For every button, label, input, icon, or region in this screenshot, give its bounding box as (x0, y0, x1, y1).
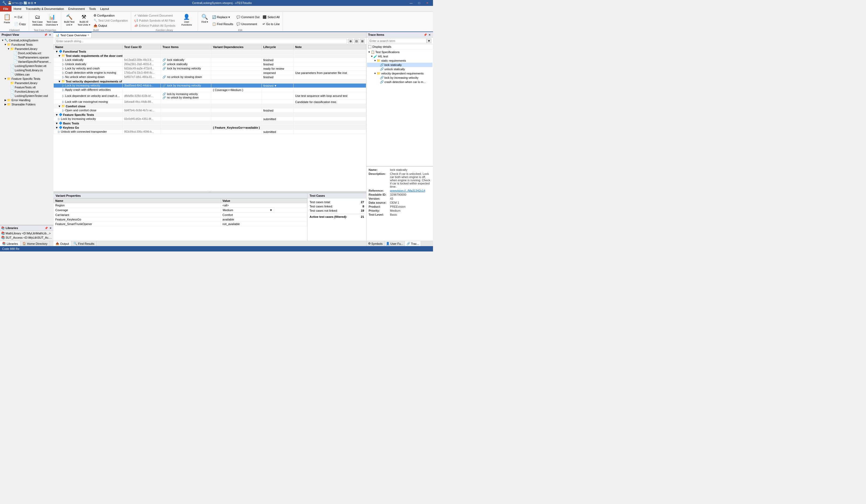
table-row[interactable]: ▼📁 Test static requirements of the door … (54, 54, 366, 58)
trace-tree-item-crash[interactable]: 🔗 crash detection when car is m... (367, 80, 432, 84)
col-variant-dep[interactable]: Variant Dependencies (211, 45, 262, 49)
table-row[interactable]: ▼📁 Test velocity dependent requirements … (54, 79, 366, 83)
trace-pin[interactable]: 📌 (423, 33, 427, 37)
libraries-tree[interactable]: 📚 MathLibrary <D:\MyLib\MathLib...> 📚 SU… (0, 231, 53, 241)
expand-specs[interactable]: ▼ (368, 51, 371, 54)
tree-item-param-lib1[interactable]: ▼ 📁 ParameterLibrary (1, 47, 53, 51)
table-search-btn3[interactable]: ⊞ (360, 39, 365, 44)
redo-icon[interactable]: ↪ (15, 1, 18, 5)
file-menu[interactable]: File (0, 6, 11, 11)
tree-item-locking-tester[interactable]: 📄 LockingSystemTester.vsd (1, 94, 53, 98)
table-search-btn2[interactable]: ⊟ (354, 39, 359, 44)
table-row[interactable]: ▷ Apply crash with different velocities … (54, 88, 366, 92)
test-unit-config-button[interactable]: 🔧 Test Unit Configuration (92, 19, 129, 23)
table-search-btn1[interactable]: ⊕ (348, 39, 353, 44)
variant-row[interactable]: Coverage Medium ▼ (54, 208, 307, 213)
tree-item-feature-specific[interactable]: ▼ 📁 Feature Specific Tests (1, 77, 53, 81)
undo-icon[interactable]: ↩ (12, 1, 15, 5)
close-button[interactable]: ✕ (423, 0, 431, 6)
table-row[interactable]: ▷ Lock by velocity and crash 6d1bbc49-ea… (54, 67, 366, 71)
table-row[interactable]: ▼🔷 Basic Tests (54, 121, 366, 125)
tree-item-feature-tests[interactable]: 📄 FeatureTests.vtt (1, 85, 53, 89)
maximize-button[interactable]: □ (415, 0, 423, 6)
libraries-close[interactable]: ✕ (48, 226, 52, 230)
tree-item-test-params[interactable]: 📄 TestParameters.vparam (1, 55, 53, 59)
variant-row[interactable]: Region <all> (54, 203, 307, 208)
row-lifecycle-cell[interactable]: finished ▼ submitted in implementation r… (262, 83, 293, 88)
expand-central[interactable]: ▼ (1, 39, 4, 42)
trace-search-arrow[interactable]: ▼ (426, 38, 431, 43)
expand-error[interactable]: ▶ (4, 99, 7, 101)
expand-hil[interactable]: ▼ (370, 55, 374, 58)
uncomment-button[interactable]: 💬 Uncomment (235, 22, 261, 26)
nav-forward-icon[interactable]: ▷ (21, 1, 23, 5)
project-view-close[interactable]: ✕ (48, 33, 52, 37)
variant-row[interactable]: CarVariant Comfort (54, 213, 307, 217)
table-row[interactable]: ▷ Lock dependent on velocity and crash d… (54, 92, 366, 100)
expand-static[interactable]: ▼ (374, 59, 377, 62)
select-all-button[interactable]: ⬛ Select All (261, 15, 281, 19)
trace-search-input[interactable] (368, 38, 426, 43)
grid2-icon[interactable]: ⊟ (31, 1, 33, 5)
configuration-button[interactable]: ⚙ Configuration (92, 13, 129, 18)
table-row[interactable]: ▷ Lock with car moving/not moving 1bfcea… (54, 100, 366, 104)
trace-close[interactable]: ✕ (428, 33, 431, 37)
environment-menu[interactable]: Environment (66, 6, 87, 11)
enforce-publish-button[interactable]: 📣 Enforce Publish All Symbols (133, 23, 177, 28)
table-row[interactable]: ▷ Unlock with connected transponder 953c… (54, 130, 366, 134)
col-lifecycle[interactable]: Lifecycle (262, 45, 293, 49)
trac-tab[interactable]: 🔗 Trac... (405, 241, 421, 246)
tc-overview-button[interactable]: 📊 Test CaseOverview ▾ (45, 13, 59, 28)
table-row[interactable]: ▷ Unlock statically 260a23b1-1fa5-4655-8… (54, 62, 366, 67)
tree-item-utilities[interactable]: 📄 Utilities.can (1, 72, 53, 77)
paste-button[interactable]: 📋 Paste (2, 13, 12, 28)
tree-item-param-lib2[interactable]: 📁 ParameterLibrary (1, 81, 53, 85)
table-row[interactable]: ▼📁 Comfort close (54, 104, 366, 108)
table-row[interactable]: ▼🔷 Feature Specific Tests (54, 113, 366, 117)
table-row[interactable]: ▼🔷 Functional Tests (54, 49, 366, 54)
expand-feature[interactable]: ▼ (4, 77, 7, 80)
trace-tree-item-velocity[interactable]: ▼ 📁 velocity dependent requirements (367, 71, 432, 76)
library-math[interactable]: 📚 MathLibrary <D:\MyLib\MathLib...> (1, 231, 53, 236)
table-row[interactable]: ▼🔷 Keyless Go ( Feature_KeylessGo==avail… (54, 125, 366, 130)
libraries-tab[interactable]: 📚 Libraries (0, 241, 20, 246)
table-row[interactable]: ▷ Open and comfort close 0d4f7b4c-8c8d-4… (54, 108, 366, 113)
variant-value[interactable]: <all> (221, 203, 307, 208)
tree-item-variant-specific[interactable]: 📄 VariantSpecificParamete... (1, 59, 53, 64)
tree-item-function-lib[interactable]: 📄 FunctionLibrary.vtt (1, 89, 53, 94)
replace-button[interactable]: 🔄 Replace ▾ (211, 15, 234, 19)
expand-functional[interactable]: ▼ (4, 43, 7, 46)
tree-item-functional-tests[interactable]: ▼ 📁 Functional Tests (1, 43, 53, 47)
tree-item-door-lock-data[interactable]: 📄 DoorLockData.vct (1, 51, 53, 55)
tree-item-error-handling[interactable]: ▶ 📁 Error Handling (1, 98, 53, 102)
variant-col-name[interactable]: Name (54, 198, 221, 203)
trace-tree-item-static[interactable]: ▼ 📁 static requirements (367, 58, 432, 63)
layout-menu[interactable]: Layout (98, 6, 111, 11)
table-row[interactable]: ▷ No unlock when slowing down 5df607e7-b… (54, 75, 366, 79)
tc-attributes-button[interactable]: 🗂 Test CaseAttributes (31, 13, 44, 28)
display-details-checkbox[interactable] (368, 45, 371, 48)
trace-tree-item-specs[interactable]: ▼ 📋 Test Specifications (367, 50, 432, 54)
user-functions-button[interactable]: 👤 User Functions (177, 13, 196, 28)
find-results-tab[interactable]: 🔍 Find Results (71, 241, 97, 246)
table-row[interactable]: ▷ Crash detection while engine is moving… (54, 71, 366, 75)
expand-shareable[interactable]: ▶ (4, 103, 7, 106)
detail-ref-value[interactable]: preevision://../Ma31342c14 (390, 189, 431, 192)
coverage-dropdown-arrow[interactable]: ▼ (269, 208, 273, 212)
table-search-input[interactable] (55, 39, 347, 44)
find-button[interactable]: 🔍 Find ▾ (200, 13, 210, 28)
go-to-line-button[interactable]: ↵ Go to Line (261, 22, 281, 26)
expand-velocity[interactable]: ▼ (374, 72, 377, 75)
grid-icon[interactable]: ⊞ (28, 1, 30, 5)
copy-button[interactable]: 📄 Copy (13, 22, 27, 26)
comment-out-button[interactable]: 💬 Comment Out (235, 15, 261, 19)
tree-item-shareable[interactable]: ▶ 📁 Shareable Folders (1, 102, 53, 106)
trace-items-tree[interactable]: ▼ 📋 Test Specifications ▼ 🧪 HIL test ▼ 📁… (366, 49, 433, 166)
arrow-icon[interactable]: ▼ (34, 1, 36, 4)
trace-tree-item-unlock-static[interactable]: 🔗 unlock statically (367, 67, 432, 71)
trace-tree-item-lock-static[interactable]: 🔗 lock statically (367, 63, 432, 67)
library-sut[interactable]: 📚 SUT_Access <D:\MyLib\SUT_Ac...> (1, 236, 53, 240)
home-menu[interactable]: Home (11, 6, 23, 11)
variant-value[interactable]: Comfort (221, 213, 307, 217)
tree-item-central-locking[interactable]: ▼ 🔧 CentralLockingSystem (1, 38, 53, 43)
